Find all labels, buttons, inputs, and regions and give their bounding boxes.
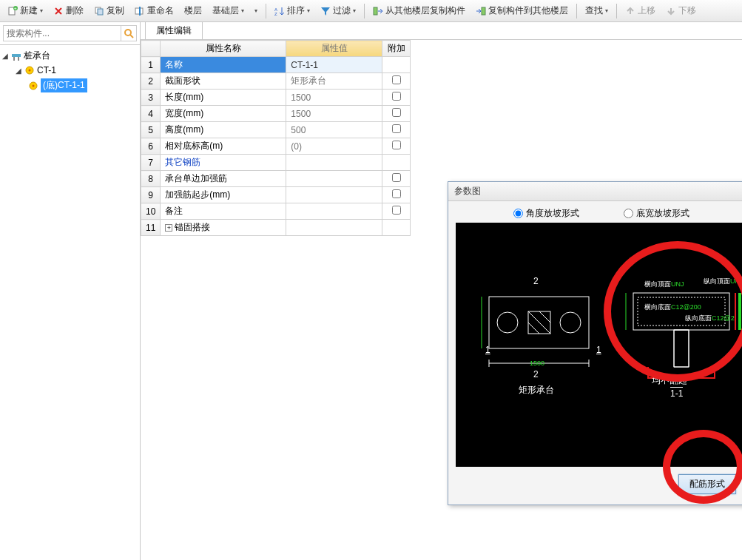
table-row[interactable]: 11+锚固搭接 (141, 220, 411, 236)
prop-name: 名称 (165, 59, 183, 70)
search-row (0, 22, 140, 45)
add-checkbox[interactable] (392, 141, 401, 149)
name-cell[interactable]: 宽度(mm) (161, 106, 286, 122)
add-cell[interactable] (382, 57, 411, 73)
name-cell[interactable]: +锚固搭接 (161, 220, 286, 236)
table-row[interactable]: 7其它钢筋 (141, 155, 411, 171)
name-cell[interactable]: 加强筋起步(mm) (161, 187, 286, 203)
copy-button[interactable]: 复制 (90, 3, 129, 18)
copy-label: 复制 (107, 4, 124, 17)
add-cell[interactable] (382, 203, 411, 220)
cad-dim1-left: 1 (485, 345, 490, 355)
table-row[interactable]: 2截面形状矩形承台 (141, 73, 411, 90)
filter-button[interactable]: 过滤 ▾ (316, 3, 360, 18)
add-checkbox[interactable] (392, 173, 401, 182)
tab-property-edit[interactable]: 属性编辑 (145, 21, 203, 39)
new-button[interactable]: + 新建 ▾ (3, 3, 47, 18)
collapse-icon[interactable]: ◢ (1, 52, 9, 60)
name-cell[interactable]: 长度(mm) (161, 90, 286, 106)
table-row[interactable]: 4宽度(mm)1500 (141, 106, 411, 122)
add-cell[interactable] (382, 171, 411, 187)
value-cell[interactable] (286, 155, 382, 171)
add-checkbox[interactable] (392, 206, 401, 215)
value-cell[interactable] (286, 220, 382, 236)
rename-button[interactable]: 重命名 (130, 3, 178, 18)
expand-icon[interactable]: + (165, 224, 172, 232)
value-cell[interactable]: CT-1-1 (286, 57, 382, 73)
value-cell[interactable] (286, 203, 382, 220)
collapse-icon[interactable]: ◢ (15, 67, 22, 75)
delete-button[interactable]: 删除 (49, 3, 88, 18)
table-row[interactable]: 9加强筋起步(mm) (141, 187, 411, 203)
opt-width-slope[interactable]: 底宽放坡形式 (624, 207, 689, 220)
add-checkbox[interactable] (392, 124, 401, 133)
move-up-button[interactable]: 上移 (621, 3, 660, 18)
table-row[interactable]: 8承台单边加强筋 (141, 171, 411, 187)
add-cell[interactable] (382, 138, 411, 155)
svg-point-11 (125, 30, 131, 36)
table-row[interactable]: 10备注 (141, 203, 411, 220)
value-cell[interactable] (286, 187, 382, 203)
cad-canvas[interactable]: 2 1 1 2 1500 矩形承台 (456, 223, 742, 467)
prop-name: 长度(mm) (165, 92, 203, 102)
add-cell[interactable] (382, 122, 411, 138)
table-row[interactable]: 3长度(mm)1500 (141, 90, 411, 106)
floor-extra-caret[interactable]: ▾ (250, 6, 262, 16)
value-cell[interactable]: 1500 (286, 90, 382, 106)
opt-angle-slope[interactable]: 角度放坡形式 (513, 207, 579, 220)
value-cell[interactable]: 500 (286, 122, 382, 138)
main-area: ◢ 桩承台 ◢ CT-1 (底)CT-1-1 属性编辑 属性名称 (0, 22, 742, 560)
radio-angle[interactable] (513, 209, 523, 218)
add-cell[interactable] (382, 106, 411, 122)
rebar-form-button[interactable]: 配筋形式 (678, 474, 736, 494)
add-cell[interactable] (382, 155, 411, 171)
copy-from-label: 从其他楼层复制构件 (385, 4, 465, 17)
add-cell[interactable] (382, 220, 411, 236)
cad-lab-bot-h: 横向底面C12@200 (644, 303, 701, 312)
search-input[interactable] (3, 25, 121, 41)
value-cell[interactable]: (0) (286, 138, 382, 155)
row-number: 6 (141, 138, 161, 155)
floor-value: 基础层 (212, 4, 239, 17)
col-header-value[interactable]: 属性值 (286, 41, 382, 57)
find-button[interactable]: 查找 ▾ (581, 3, 613, 18)
name-cell[interactable]: 承台单边加强筋 (161, 171, 286, 187)
tree-child2[interactable]: (底)CT-1-1 (1, 77, 138, 94)
add-checkbox[interactable] (392, 92, 401, 101)
value-cell[interactable] (286, 171, 382, 187)
table-row[interactable]: 1名称CT-1-1 (141, 57, 411, 73)
name-cell[interactable]: 高度(mm) (161, 122, 286, 138)
copy-to-other-button[interactable]: 复制构件到其他楼层 (471, 3, 573, 18)
sort-button[interactable]: AZ 排序 ▾ (270, 3, 314, 18)
filter-label: 过滤 (333, 4, 351, 17)
move-down-button[interactable]: 下移 (661, 3, 701, 18)
name-cell[interactable]: 其它钢筋 (161, 155, 286, 171)
value-cell[interactable]: 1500 (286, 106, 382, 122)
delete-icon (53, 6, 64, 16)
col-header-name[interactable]: 属性名称 (161, 41, 286, 57)
prop-name: 备注 (165, 206, 183, 216)
cad-plan (478, 282, 604, 400)
add-checkbox[interactable] (392, 189, 401, 198)
tree-root[interactable]: ◢ 桩承台 (1, 48, 138, 64)
copy-from-other-button[interactable]: 从其他楼层复制构件 (368, 3, 470, 18)
search-button[interactable] (121, 25, 137, 41)
main-toolbar: + 新建 ▾ 删除 复制 重命名 楼层 基础层 ▾ ▾ AZ 排序 ▾ 过滤 ▾… (0, 0, 742, 22)
table-row[interactable]: 5高度(mm)500 (141, 122, 411, 138)
name-cell[interactable]: 相对底标高(m) (161, 138, 286, 155)
add-cell[interactable] (382, 90, 411, 106)
col-header-add[interactable]: 附加 (382, 41, 411, 57)
name-cell[interactable]: 截面形状 (161, 73, 286, 90)
value-cell[interactable]: 矩形承台 (286, 73, 382, 90)
radio-width[interactable] (624, 209, 633, 218)
add-cell[interactable] (382, 73, 411, 90)
add-checkbox[interactable] (392, 108, 401, 117)
name-cell[interactable]: 名称 (161, 57, 286, 73)
floor-combo[interactable]: 基础层 ▾ (208, 3, 249, 18)
add-checkbox[interactable] (392, 75, 401, 84)
table-row[interactable]: 6相对底标高(m)(0) (141, 138, 411, 155)
chevron-down-icon: ▾ (254, 7, 257, 14)
add-cell[interactable] (382, 187, 411, 203)
tree-child1[interactable]: ◢ CT-1 (1, 64, 138, 77)
name-cell[interactable]: 备注 (161, 203, 286, 220)
